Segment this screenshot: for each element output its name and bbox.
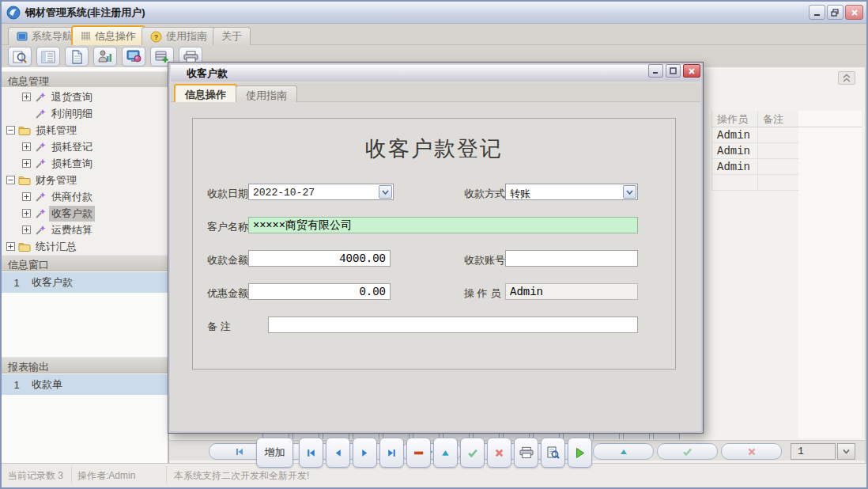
- execute-button[interactable]: [568, 438, 592, 468]
- tree-item-supplier-payment[interactable]: 供商付款: [2, 188, 168, 205]
- window-list-item[interactable]: 1 收客户款: [2, 272, 168, 293]
- print-preview-button[interactable]: [541, 438, 565, 468]
- form-panel: 收客户款登记 收款日期 2022-10-27 收款方式 转账 客户名称 收款金额: [192, 118, 676, 370]
- method-select[interactable]: 转账: [505, 184, 638, 200]
- account-input[interactable]: [505, 250, 638, 267]
- chevron-down-icon[interactable]: [379, 185, 392, 199]
- grid-cell-operator[interactable]: Admin: [711, 127, 757, 143]
- wand-icon: [34, 92, 47, 103]
- record-count-dropdown-button[interactable]: [837, 443, 855, 460]
- grid-header-remark[interactable]: 备注: [757, 111, 798, 127]
- tree-item-loss-register[interactable]: 损耗登记: [2, 138, 168, 155]
- tab-label: 信息操作: [95, 29, 136, 44]
- minimize-icon: [813, 9, 821, 17]
- grid-cell-operator[interactable]: Admin: [711, 143, 757, 159]
- grid-cell-empty: [711, 175, 757, 191]
- restore-button[interactable]: [827, 5, 843, 20]
- nav-save-button[interactable]: [657, 443, 718, 460]
- search-button[interactable]: [8, 47, 32, 66]
- grid-cell-remark[interactable]: [757, 143, 798, 159]
- form-heading: 收客户款登记: [193, 135, 675, 163]
- monitor-button[interactable]: [122, 47, 145, 66]
- tree-item-loss-management[interactable]: 损耗管理: [2, 122, 168, 138]
- expand-plus-icon[interactable]: [6, 242, 15, 251]
- prev-record-icon: [333, 448, 343, 458]
- edit-triangle-icon: [619, 447, 628, 457]
- dialog-titlebar: 收客户款: [171, 65, 700, 82]
- new-document-button[interactable]: [65, 47, 89, 66]
- tree-item-freight-settlement[interactable]: 运费结算: [2, 222, 168, 238]
- dialog-tab-info-operation[interactable]: 信息操作: [174, 84, 237, 102]
- selected-tree-item[interactable]: 收客户款: [49, 206, 95, 222]
- chevron-down-icon: [842, 448, 851, 455]
- nav-edit-button[interactable]: [593, 443, 654, 460]
- grid-empty-area: [798, 111, 862, 438]
- expand-minus-icon[interactable]: [6, 176, 15, 184]
- add-button[interactable]: 增加: [256, 438, 293, 468]
- delete-record-button[interactable]: [406, 438, 431, 468]
- dialog-close-button[interactable]: [683, 64, 700, 78]
- minimize-button[interactable]: [809, 5, 825, 20]
- next-record-icon: [360, 448, 370, 458]
- tree-item-receive-customer-payment[interactable]: 收客户款: [2, 205, 168, 222]
- date-select[interactable]: 2022-10-27: [248, 184, 394, 200]
- discount-input[interactable]: [248, 283, 391, 300]
- edit-record-button[interactable]: [433, 438, 458, 468]
- next-record-button[interactable]: [353, 438, 377, 468]
- expand-plus-icon[interactable]: [22, 142, 31, 151]
- record-count-select[interactable]: 1: [791, 443, 836, 460]
- tree-item-finance-management[interactable]: 财务管理: [2, 172, 168, 188]
- tree-item-statistics-summary[interactable]: 统计汇总: [2, 238, 168, 255]
- amount-input[interactable]: [248, 250, 391, 267]
- document-icon: [71, 50, 83, 64]
- dialog-tab-user-guide[interactable]: 使用指南: [236, 85, 297, 102]
- grid-cell-operator[interactable]: Admin: [711, 159, 757, 175]
- dialog-minimize-button[interactable]: [648, 64, 663, 78]
- operator-label: 操 作 员: [464, 286, 500, 301]
- first-record-button[interactable]: [299, 438, 323, 468]
- sidebar: 信息管理 退货查询 利润明细 损耗管理 损耗登记: [2, 67, 168, 463]
- grid-header-operator[interactable]: 操作员: [711, 111, 757, 127]
- form-icon: [41, 51, 55, 63]
- nav-cancel-button[interactable]: [721, 443, 782, 460]
- maximize-icon: [670, 67, 677, 74]
- grid-icon: [81, 31, 91, 41]
- expand-plus-icon[interactable]: [22, 226, 31, 234]
- expand-plus-icon[interactable]: [22, 192, 31, 201]
- section-header-windows: 信息窗口: [2, 255, 168, 271]
- grid-cell-remark[interactable]: [757, 127, 798, 143]
- expand-plus-icon[interactable]: [22, 93, 31, 101]
- tab-info-operation[interactable]: 信息操作: [71, 25, 145, 45]
- dialog-receive-customer-payment: 收客户款 信息操作 使用指南 收客户款登记 收款日期 2022-10-27 收款…: [168, 62, 704, 434]
- expand-minus-icon[interactable]: [6, 126, 15, 135]
- expand-plus-icon[interactable]: [22, 159, 31, 168]
- chevron-down-icon[interactable]: [623, 185, 636, 199]
- expand-plus-icon[interactable]: [22, 209, 31, 218]
- close-button[interactable]: [845, 5, 863, 20]
- tree-item-profit-detail[interactable]: 利润明细: [2, 105, 168, 122]
- last-record-button[interactable]: [379, 438, 404, 468]
- grid-cell-remark[interactable]: [757, 159, 798, 175]
- save-record-button[interactable]: [460, 438, 485, 468]
- dialog-body: 收客户款登记 收款日期 2022-10-27 收款方式 转账 客户名称 收款金额: [171, 102, 700, 430]
- wand-icon: [34, 208, 47, 219]
- dialog-maximize-button[interactable]: [666, 64, 681, 78]
- tab-label: 关于: [221, 29, 242, 44]
- tree-item-loss-query[interactable]: 损耗查询: [2, 155, 168, 172]
- tab-about[interactable]: 关于: [213, 27, 251, 45]
- print-button[interactable]: [514, 438, 538, 468]
- folder-icon: [18, 125, 31, 136]
- method-label: 收款方式: [464, 187, 505, 201]
- customer-input[interactable]: [248, 217, 638, 233]
- collapse-panel-button[interactable]: [838, 71, 855, 85]
- remark-input[interactable]: [268, 317, 638, 333]
- cancel-record-button[interactable]: [487, 438, 511, 468]
- prev-record-button[interactable]: [326, 438, 350, 468]
- tab-user-guide[interactable]: ? 使用指南: [142, 27, 216, 45]
- tab-label: 使用指南: [166, 29, 207, 44]
- operator-button[interactable]: [93, 47, 117, 66]
- tree-item-returns-query[interactable]: 退货查询: [2, 89, 168, 105]
- monitor-icon: [17, 32, 28, 41]
- report-list-item[interactable]: 1 收款单: [2, 374, 168, 395]
- form-view-button[interactable]: [36, 47, 60, 66]
